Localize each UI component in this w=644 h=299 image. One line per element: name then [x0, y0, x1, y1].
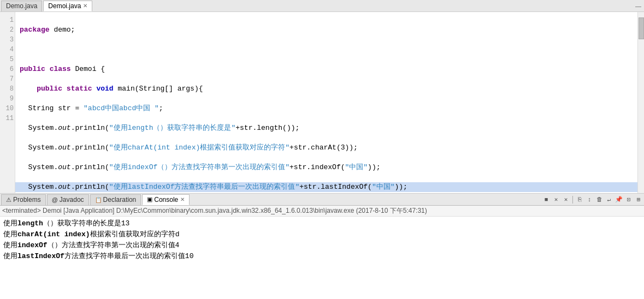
close2-button[interactable]: ✕ — [562, 195, 570, 204]
pin-button[interactable]: 📌 — [615, 195, 623, 204]
close-console-button[interactable]: ✕ — [552, 195, 560, 204]
console-line-1: 使用length（）获取字符串的长度是13 — [3, 218, 641, 229]
code-editor[interactable]: package demo; public class Demoi { publi… — [15, 12, 637, 193]
word-wrap-button[interactable]: ↵ — [605, 195, 613, 204]
console-icon: ▣ — [147, 196, 152, 203]
copy-button[interactable]: ⎘ — [575, 195, 584, 204]
tab-demo-java[interactable]: Demo.java — [1, 1, 42, 11]
problems-icon: ⚠ — [6, 196, 11, 204]
open-console-button[interactable]: ⊞ — [634, 195, 643, 204]
stop-button[interactable]: ■ — [542, 195, 551, 204]
minimize-editor-button[interactable]: — — [634, 3, 643, 9]
editor-scrollbar-thumb[interactable] — [639, 17, 644, 39]
divider — [572, 196, 573, 204]
bottom-panel: ⚠ Problems @ Javadoc 📋 Declaration ▣ Con… — [0, 194, 644, 299]
console-status-bar: <terminated> Demoi [Java Application] D:… — [0, 206, 644, 217]
code-line-6: System.out.println("使用length（）获取字符串的长度是"… — [20, 123, 633, 133]
console-line-4: 使用lastIndexOf方法查找字符串最后一次出现的索引值10 — [3, 251, 641, 262]
javadoc-icon: @ — [52, 196, 58, 203]
console-toolbar: ■ ✕ ✕ ⎘ ↕ 🗑 ↵ 📌 ⊡ ⊞ — [542, 195, 643, 204]
tab-demoi-java-label: Demoi.java — [48, 2, 81, 10]
editor-scrollbar[interactable] — [637, 12, 644, 193]
editor-tab-bar: Demo.java Demoi.java ✕ — — [0, 0, 644, 12]
code-line-7: System.out.println("使用charAt(int index)根… — [20, 143, 633, 153]
tab-bar-right: — — [634, 3, 643, 9]
console-line-3: 使用indexOf（）方法查找字符串第一次出现的索引值4 — [3, 240, 641, 251]
line-numbers: 1 2 − 3 4 5 6 7 8 9 10 11 — [0, 12, 15, 193]
editor-container: Demo.java Demoi.java ✕ — 1 2 − 3 4 5 6 7… — [0, 0, 644, 194]
tab-problems[interactable]: ⚠ Problems — [1, 194, 46, 205]
tab-javadoc-label: Javadoc — [60, 196, 84, 204]
declaration-icon: 📋 — [95, 197, 102, 203]
console-status-text: <terminated> Demoi [Java Application] D:… — [2, 207, 427, 214]
tab-problems-label: Problems — [13, 196, 41, 204]
code-line-8: System.out.println("使用indexOf（）方法查找字符串第一… — [20, 163, 633, 172]
maximize-button[interactable]: ⊡ — [624, 195, 633, 204]
code-line-1: package demo; — [20, 25, 633, 35]
code-line-9: System.out.println("使用lastIndexOf方法查找字符串… — [15, 182, 637, 192]
console-line-2: 使用charAt(int index)根据索引值获取对应的字符d — [3, 229, 641, 240]
code-line-3: public class Demoi { — [20, 64, 633, 74]
tab-declaration-label: Declaration — [103, 196, 137, 204]
code-line-5: String str = "abcd中国abcd中国 "; — [20, 104, 633, 113]
tab-javadoc[interactable]: @ Javadoc — [47, 194, 89, 205]
console-output: 使用length（）获取字符串的长度是13 使用charAt(int index… — [0, 217, 644, 299]
tab-demoi-java[interactable]: Demoi.java ✕ — [43, 1, 92, 11]
code-area: 1 2 − 3 4 5 6 7 8 9 10 11 package demo; … — [0, 12, 644, 193]
tab-declaration[interactable]: 📋 Declaration — [90, 194, 141, 205]
console-close-icon[interactable]: ✕ — [180, 196, 185, 202]
tab-console[interactable]: ▣ Console ✕ — [142, 194, 190, 205]
code-line-2 — [20, 45, 633, 55]
bottom-tab-bar: ⚠ Problems @ Javadoc 📋 Declaration ▣ Con… — [0, 194, 644, 206]
code-line-4: public static void main(String[] args){ — [20, 84, 633, 94]
clear-button[interactable]: 🗑 — [595, 195, 604, 204]
tab-demoi-close-icon[interactable]: ✕ — [83, 3, 87, 9]
tab-demo-java-label: Demo.java — [6, 2, 37, 10]
tab-console-label: Console — [154, 196, 178, 204]
scroll-lock-button[interactable]: ↕ — [585, 195, 594, 204]
